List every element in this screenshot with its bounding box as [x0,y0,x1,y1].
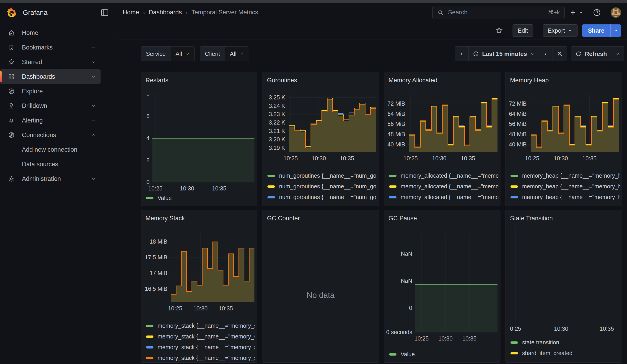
legend-item[interactable]: memory_stack {__name__="memory_s [146,353,255,363]
legend-item[interactable]: Value [389,349,498,360]
legend-item[interactable]: memory_stack {__name__="memory_s [146,342,255,353]
add-button[interactable] [569,9,583,16]
panel-state-transition: State Transition 0:2510:3010:35 state tr… [505,210,622,363]
zoom-out-icon[interactable] [552,47,567,61]
grafana-app: Grafana Home › Dashboards › Temporal Ser… [0,0,627,364]
legend-label: Value [401,351,415,358]
panel-title[interactable]: Goroutines [267,77,297,84]
panel-goroutines: Goroutines 3.25 K3.24 K3.23 K3.22 K3.21 … [262,72,379,206]
search-input[interactable] [448,9,544,16]
sidebar-item-label: Drilldown [22,103,47,109]
svg-text:72 MiB: 72 MiB [509,100,527,107]
legend-item[interactable]: shard_item_created [511,348,620,359]
legend-item[interactable]: memory_heap {__name__="memory_h [511,181,620,192]
svg-text:10:35: 10:35 [582,155,597,161]
legend-item[interactable]: memory_heap {__name__="memory_h [511,203,620,205]
sidebar-item-home[interactable]: Home [0,26,101,40]
svg-text:10:25: 10:25 [148,185,162,192]
svg-text:18 MiB: 18 MiB [150,238,167,245]
header-actions: ⌘+k [432,6,627,19]
dock-sidebar-icon[interactable] [100,8,109,17]
legend-item[interactable]: Value [146,193,255,204]
legend-item[interactable]: num_goroutines {__name__="num_go [267,192,377,203]
legend-item[interactable]: memory_allocated {__name__="memo [389,203,498,205]
panel-title[interactable]: Restarts [146,77,168,84]
legend-label: memory_allocated {__name__="memo [401,194,498,201]
time-range-picker[interactable]: Last 15 minutes [468,47,539,61]
legend-item[interactable]: memory_allocated {__name__="memo [389,181,498,192]
legend-label: num_goroutines {__name__="num_go [279,172,376,179]
legend-item[interactable]: num_goroutines {__name__="num_go [267,181,377,192]
refresh-button[interactable]: Refresh [571,47,611,61]
panel-title[interactable]: GC Counter [267,215,300,222]
legend-item[interactable]: memory_heap {__name__="memory_h [511,192,620,203]
refresh-interval-button[interactable] [611,47,624,61]
no-data-message: No data [262,291,379,300]
share-button[interactable]: Share [582,24,610,37]
avatar[interactable] [611,7,621,18]
time-shift-back-button[interactable] [455,47,468,61]
legend-item[interactable]: memory_stack {__name__="memory_s [146,331,255,342]
panel-title[interactable]: Memory Allocated [388,77,438,84]
series-color-pill [511,341,518,344]
panel-title[interactable]: State Transition [510,215,553,222]
client-variable-value[interactable]: All [225,47,249,61]
sidebar-item-alerting[interactable]: Alerting [0,113,101,128]
svg-text:10:25: 10:25 [404,155,418,161]
sidebar-item-starred[interactable]: Starred [0,55,101,69]
svg-text:10:30: 10:30 [193,305,208,312]
sidebar-item-bookmarks[interactable]: Bookmarks [0,40,101,55]
legend-item[interactable]: memory_heap {__name__="memory_h [511,170,620,181]
export-button[interactable]: Export [543,24,577,37]
share-menu-button[interactable] [610,24,621,37]
restarts-chart: 8642010:2510:3010:35 [141,94,258,193]
svg-text:10:35: 10:35 [600,325,614,332]
panel-memory-allocated: Memory Allocated 72 MiB64 MiB56 MiB48 Mi… [384,72,500,206]
legend-item[interactable]: state transition [511,337,620,348]
svg-text:3.25 K: 3.25 K [269,94,285,101]
legend-item[interactable]: memory_allocated {__name__="memo [389,170,498,181]
breadcrumb-home[interactable]: Home [123,9,139,16]
legend-label: memory_allocated {__name__="memo [401,205,498,205]
legend-label: memory_stack {__name__="memory_s [157,333,255,340]
panel-title[interactable]: Memory Stack [146,215,185,222]
edit-button[interactable]: Edit [513,24,533,37]
goroutines-chart: 3.25 K3.24 K3.23 K3.22 K3.21 K3.20 K3.19… [262,94,379,163]
panel-title[interactable]: GC Pause [388,215,417,222]
legend-label: memory_stack {__name__="memory_s [157,322,255,329]
gear-icon [7,175,15,182]
panel-title[interactable]: Memory Heap [510,77,549,84]
time-shift-forward-button[interactable] [539,47,552,61]
sidebar-item-dashboards[interactable]: Dashboards [0,69,101,84]
legend-item[interactable]: num_goroutines {__name__="num_go [267,203,377,205]
sidebar-item-label: Administration [22,175,61,182]
breadcrumb-dashboards[interactable]: Dashboards [149,9,182,16]
memory-heap-chart: 72 MiB64 MiB56 MiB48 MiB40 MiB10:2510:30… [506,94,622,163]
breadcrumb-current: Temporal Server Metrics [192,9,258,16]
legend-item[interactable]: num_goroutines {__name__="num_go [267,170,377,181]
nav-sidebar: Home Bookmarks Starred [0,22,116,364]
sidebar-item-administration[interactable]: Administration [0,171,101,186]
help-icon[interactable] [593,8,601,17]
svg-text:3.21 K: 3.21 K [269,128,285,134]
sidebar-item-add-new-connection[interactable]: Add new connection [0,142,101,157]
panel-memory-stack: Memory Stack 18 MiB17.5 MiB17 MiB16.5 Mi… [141,210,258,363]
search-icon [437,9,444,16]
svg-text:10:25: 10:25 [415,335,429,342]
legend-item[interactable]: memory_stack {__name__="memory_s [146,320,255,331]
sidebar-item-connections[interactable]: Connections [0,128,101,142]
grafana-logo-icon[interactable] [6,7,17,18]
legend-label: num_goroutines {__name__="num_go [279,183,376,190]
sidebar-item-label: Dashboards [22,73,55,80]
sidebar-item-explore[interactable]: Explore [0,84,101,99]
sidebar-item-drilldown[interactable]: Drilldown [0,99,101,113]
sidebar-item-data-sources[interactable]: Data sources [0,157,101,171]
legend-item[interactable]: memory_allocated {__name__="memo [389,192,498,203]
panel-gc-counter: GC Counter No data [262,210,379,363]
series-color-pill [146,335,154,338]
search-box[interactable]: ⌘+k [432,6,565,19]
panel-restarts: Restarts 8642010:2510:3010:35 Value [141,72,258,206]
favorite-star-icon[interactable] [495,26,503,35]
svg-text:10:30: 10:30 [180,185,194,192]
service-variable-value[interactable]: All [171,47,195,61]
